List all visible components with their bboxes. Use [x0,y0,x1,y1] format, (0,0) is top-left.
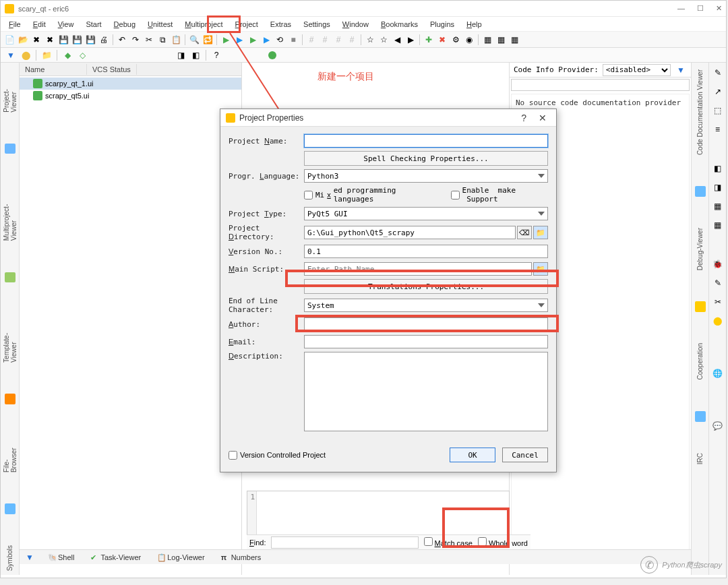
menu-extras[interactable]: Extras [265,19,297,30]
email-input[interactable] [304,335,548,348]
browse-main-icon[interactable]: 📁 [533,262,548,276]
tb-extra3-icon[interactable]: # [332,34,344,46]
rail-icon-r2[interactable] [695,301,706,312]
rr-python-icon[interactable]: ⬤ [712,315,724,327]
maximize-button[interactable]: ☐ [697,4,704,13]
version-controlled-check[interactable]: Version Controlled Project [229,451,326,460]
rr-chat-icon[interactable]: 💬 [712,420,724,432]
menu-multiproject[interactable]: Multiproject [179,19,228,30]
rr-tool2-icon[interactable]: ↗ [712,86,724,98]
tb-undo-icon[interactable]: ↶ [116,34,128,46]
qt-icon[interactable]: ◆ [61,49,73,61]
author-input[interactable] [304,317,548,331]
rr-pen-icon[interactable]: ✎ [712,277,724,289]
tab-debug-viewer[interactable]: Debug-Viewer [696,224,704,274]
main-script-input[interactable] [304,262,532,276]
menu-debug[interactable]: Debug [109,19,141,30]
filter-icon[interactable]: ▼ [675,64,687,76]
translations-button[interactable]: Translations Properties... [304,279,548,294]
tb-saveas-icon[interactable]: 💾 [71,34,83,46]
rail-icon-2[interactable] [5,272,16,283]
bottom-toggle-icon[interactable]: ▼ [24,551,36,563]
rr-scissors-icon[interactable]: ✂ [712,296,724,308]
tb-extra2-icon[interactable]: # [319,34,331,46]
clear-dir-icon[interactable]: ⌫ [517,226,532,239]
tb-plugin-repo-icon[interactable]: ◉ [463,34,475,46]
rr-tool6-icon[interactable]: ◨ [712,181,724,193]
tb-print-icon[interactable]: 🖨 [98,34,110,46]
menu-view[interactable]: View [53,19,80,30]
tb-close-icon[interactable]: ✖ [30,34,42,46]
tb-misc1-icon[interactable]: ▦ [481,34,493,46]
tb-cut-icon[interactable]: ✂ [143,34,155,46]
ok-button[interactable]: OK [450,448,495,462]
tb-new-icon[interactable]: 📄 [3,34,16,46]
dir-input[interactable] [304,226,516,239]
tb-misc2-icon[interactable]: ▦ [495,34,507,46]
dialog-help-button[interactable]: ? [517,113,530,123]
match-case-check[interactable]: Match case [424,537,473,547]
find-input[interactable] [271,536,418,549]
tb-runscript-icon[interactable]: ▶ [247,34,259,46]
tb-redo-icon[interactable]: ↷ [129,34,142,46]
tab-template-viewer[interactable]: Template-Viewer [3,309,18,367]
tb-bookmarkprev-icon[interactable]: ◀ [391,34,403,46]
tb-plugin-add-icon[interactable]: ✚ [423,34,435,46]
filter-icon[interactable]: ▼ [5,49,17,61]
rail-icon-r1[interactable] [695,186,706,197]
menu-edit[interactable]: Edit [28,19,51,30]
rail-icon-1[interactable] [5,144,16,154]
mixed-lang-check[interactable]: Mixed programming languages [304,186,431,204]
tb-paste-icon[interactable]: 📋 [170,34,182,46]
rr-tool1-icon[interactable]: ✎ [712,67,724,79]
python-icon[interactable]: ⬤ [20,49,32,61]
tab-numbers[interactable]: πNumbers [217,552,266,563]
browse-dir-icon[interactable]: 📁 [533,226,548,239]
tb-extra1-icon[interactable]: # [305,34,317,46]
rail-icon-r3[interactable] [695,411,706,422]
rr-tool4-icon[interactable]: ≡ [712,123,724,135]
tools2-icon[interactable]: ◧ [189,49,202,61]
tools1-icon[interactable]: ◨ [175,49,187,61]
menu-settings[interactable]: Settings [298,19,336,30]
lang-select[interactable]: Python3 [304,169,548,183]
tb-stop-icon[interactable]: ■ [287,34,299,46]
tb-run-icon[interactable]: ▶ [220,34,232,46]
tab-task-viewer[interactable]: ✔Task-Viewer [86,552,145,563]
menu-help[interactable]: Help [461,19,487,30]
rr-tool5-icon[interactable]: ◧ [712,162,724,175]
spell-check-button[interactable]: Spell Checking Properties... [304,151,548,166]
tab-file-browser[interactable]: File-Browser [3,431,18,476]
tab-shell[interactable]: 🐚Shell [44,552,78,563]
proj-icon[interactable]: 📁 [40,49,53,61]
menu-file[interactable]: File [3,19,26,30]
tree-item[interactable]: scrapy_qt5.ui [20,90,241,102]
tab-log-viewer[interactable]: 📋Log-Viewer [153,552,208,563]
rail-icon-3[interactable] [5,394,16,404]
tb-debug-icon[interactable]: ▶ [233,34,245,46]
project-name-input[interactable] [304,134,548,148]
code-info-select[interactable]: <disabled> [603,64,671,76]
menu-window[interactable]: Window [337,19,374,30]
tree-item[interactable]: scarpy_qt_1.ui [20,78,241,90]
qt2-icon[interactable]: ◇ [76,49,88,61]
tb-misc3-icon[interactable]: ▦ [508,34,520,46]
tb-bookmark-icon[interactable]: ☆ [364,34,376,46]
tb-extra4-icon[interactable]: # [346,34,358,46]
tb-closeall-icon[interactable]: ✖ [44,34,56,46]
rr-tool7-icon[interactable]: ▦ [712,200,724,212]
rr-bug-icon[interactable]: 🐞 [712,258,724,270]
tb-saveall-icon[interactable]: 💾 [84,34,96,46]
tb-bookmark2-icon[interactable]: ☆ [377,34,390,46]
cancel-button[interactable]: Cancel [502,448,548,462]
col-vcs[interactable]: VCS Status [87,64,137,75]
whole-word-check[interactable]: Whole word [478,537,528,547]
tb-save-icon[interactable]: 💾 [57,34,69,46]
menu-bookmarks[interactable]: Bookmarks [375,19,423,30]
tab-multiproject-viewer[interactable]: Multiproject-Viewer [3,181,18,245]
menu-start[interactable]: Start [80,19,107,30]
rr-tool8-icon[interactable]: ▦ [712,219,724,231]
menu-unittest[interactable]: Unittest [142,19,178,30]
version-input[interactable] [304,245,548,258]
eol-select[interactable]: System [304,299,548,312]
